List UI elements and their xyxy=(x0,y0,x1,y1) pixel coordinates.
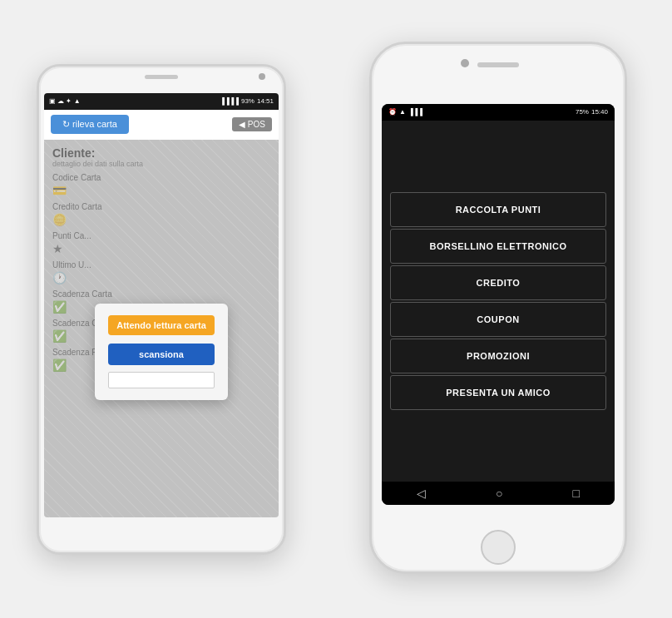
modal-header: Attendo lettura carta xyxy=(108,315,215,335)
left-top-bar: ↻ rileva carta ◀ POS xyxy=(44,110,279,140)
menu-promozioni[interactable]: PROMOZIONI xyxy=(390,339,606,373)
left-status-bar: ▣ ☁ ✦ ▲ ▐▐▐▐ 93% 14:51 xyxy=(44,93,279,110)
right-signal-icon: ▐▐▐ xyxy=(408,108,422,116)
right-nav-recents-icon[interactable]: □ xyxy=(573,487,580,500)
right-time: 15:40 xyxy=(591,108,608,116)
menu-raccolta-punti[interactable]: RACCOLTA PUNTI xyxy=(390,192,606,227)
right-content: ⏰ ▲ ▐▐▐ 75% 15:40 RACCOLTA PUNTI BORSELL… xyxy=(382,104,615,505)
right-nav-home-icon[interactable]: ○ xyxy=(496,487,502,500)
left-speaker xyxy=(145,75,178,79)
right-status-right: 75% 15:40 xyxy=(576,108,608,116)
right-wifi-icon: ▲ xyxy=(399,108,406,116)
menu-list: RACCOLTA PUNTI BORSELLINO ELETTRONICO CR… xyxy=(382,121,615,482)
right-nav-bar: ◁ ○ □ xyxy=(382,482,615,505)
right-battery-text: 75% xyxy=(576,108,589,116)
right-nav-back-icon[interactable]: ◁ xyxy=(417,487,426,500)
left-status-right: ▐▐▐▐ 93% 14:51 xyxy=(220,97,274,105)
scansiona-button[interactable]: scansiona xyxy=(108,344,215,365)
right-camera xyxy=(461,59,469,67)
rileva-carta-button[interactable]: ↻ rileva carta xyxy=(51,115,129,134)
menu-credito[interactable]: CREDITO xyxy=(390,265,606,300)
right-speaker xyxy=(477,62,519,67)
left-main-content: Cliente: dettaglio dei dati sulla carta … xyxy=(44,140,279,517)
left-screen: ▣ ☁ ✦ ▲ ▐▐▐▐ 93% 14:51 ↻ rileva carta ◀ … xyxy=(44,93,279,517)
scene: ▣ ☁ ✦ ▲ ▐▐▐▐ 93% 14:51 ↻ rileva carta ◀ … xyxy=(20,18,652,601)
right-clock-icon: ⏰ xyxy=(388,108,397,116)
left-phone: ▣ ☁ ✦ ▲ ▐▐▐▐ 93% 14:51 ↻ rileva carta ◀ … xyxy=(37,64,286,555)
right-phone: ⏰ ▲ ▐▐▐ 75% 15:40 RACCOLTA PUNTI BORSELL… xyxy=(369,42,627,574)
right-home-button[interactable] xyxy=(481,530,516,565)
menu-coupon[interactable]: COUPON xyxy=(390,302,606,337)
modal-input[interactable] xyxy=(108,372,215,388)
pos-button[interactable]: ◀ POS xyxy=(232,117,272,131)
left-battery-text: 93% xyxy=(241,97,254,105)
modal-overlay: Attendo lettura carta scansiona xyxy=(44,140,279,517)
right-status-left: ⏰ ▲ ▐▐▐ xyxy=(388,108,422,116)
right-screen: ⏰ ▲ ▐▐▐ 75% 15:40 RACCOLTA PUNTI BORSELL… xyxy=(382,104,615,505)
left-signal-icon: ▐▐▐▐ xyxy=(220,97,239,105)
menu-presenta-amico[interactable]: PRESENTA UN AMICO xyxy=(390,375,606,410)
left-time: 14:51 xyxy=(257,97,274,105)
menu-borsellino-elettronico[interactable]: BORSELLINO ELETTRONICO xyxy=(390,229,606,264)
modal-box: Attendo lettura carta scansiona xyxy=(95,304,228,400)
left-camera xyxy=(259,73,265,80)
right-status-bar: ⏰ ▲ ▐▐▐ 75% 15:40 xyxy=(382,104,615,121)
left-status-left: ▣ ☁ ✦ ▲ xyxy=(49,97,81,105)
left-status-icons: ▣ ☁ ✦ ▲ xyxy=(49,97,81,105)
